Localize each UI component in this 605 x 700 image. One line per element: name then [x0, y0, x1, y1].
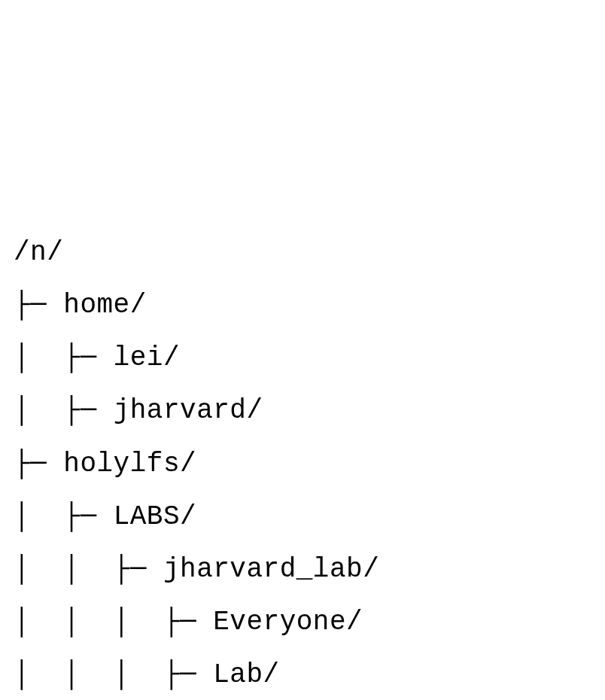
tree-node: │ ├─ lei/	[14, 332, 591, 385]
tree-node: │ │ │ ├─ Lab/	[14, 649, 591, 700]
tree-node: │ ├─ LABS/	[14, 491, 591, 543]
tree-prefix: │ │ │ ├─	[14, 607, 213, 638]
tree-node-label: lei/	[114, 342, 180, 373]
tree-prefix: │ │ ├─	[14, 554, 163, 585]
tree-node: ├─ holylfs/	[14, 438, 591, 491]
tree-root: /n/	[14, 227, 591, 279]
tree-node-label: LABS/	[114, 501, 197, 532]
tree-node: │ │ ├─ jharvard_lab/	[14, 543, 591, 596]
tree-prefix: │ ├─	[14, 342, 114, 373]
tree-prefix: ├─	[14, 290, 63, 321]
tree-node: ├─ home/	[14, 279, 591, 332]
tree-prefix: │ ├─	[14, 501, 114, 532]
tree-prefix: │ │ │ ├─	[14, 659, 213, 690]
tree-node: │ ├─ jharvard/	[14, 385, 591, 437]
tree-node-label: home/	[63, 290, 147, 321]
tree-node: │ │ │ ├─ Everyone/	[14, 596, 591, 649]
tree-node-label: holylfs/	[63, 449, 196, 479]
tree-node-label: Lab/	[213, 659, 279, 690]
tree-node-label: Everyone/	[213, 607, 363, 638]
tree-node-label: jharvard/	[114, 395, 263, 426]
tree-prefix: │ ├─	[14, 395, 114, 426]
tree-node-label: jharvard_lab/	[163, 554, 379, 585]
tree-prefix: ├─	[14, 449, 63, 479]
